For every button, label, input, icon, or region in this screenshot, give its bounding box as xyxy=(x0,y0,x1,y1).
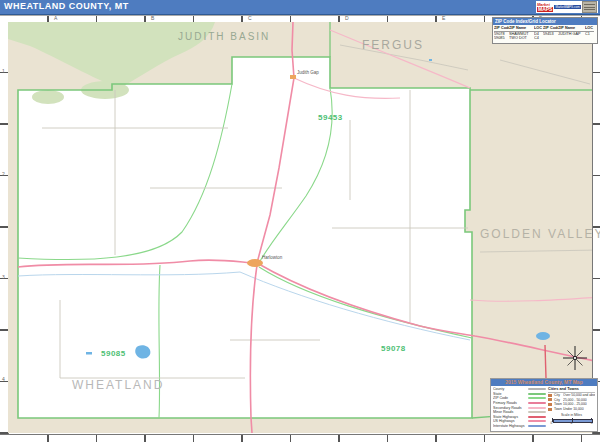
county-label-judith-basin: JUDITH BASIN xyxy=(178,31,270,42)
state-line-swatch xyxy=(528,393,546,395)
harlowton-urban-area xyxy=(247,259,263,267)
pond xyxy=(86,352,92,355)
grid-col-label: C xyxy=(248,15,252,21)
zip-name-cell xyxy=(558,36,585,41)
logo-text-bottom: MAPS xyxy=(537,7,553,12)
interstate-swatch xyxy=(528,425,546,427)
grid-ruler-bottom xyxy=(0,434,600,442)
minor-road-swatch xyxy=(528,411,546,413)
zip-label-59078: 59078 xyxy=(381,344,406,353)
wheatland-county-area xyxy=(18,57,472,418)
grid-col-label: A xyxy=(54,15,57,21)
grid-col-label: D xyxy=(345,15,349,21)
zip-cell xyxy=(543,36,558,41)
marketmaps-logo: Market MAPS MarketMAPS.com xyxy=(536,1,598,13)
legend-title: 2015 Wheatland County, MT Map xyxy=(491,379,597,386)
city-class-row: CityOver 50,000 and above xyxy=(548,393,595,398)
map-legend: 2015 Wheatland County, MT Map County Sta… xyxy=(490,378,598,432)
grid-col-label: B xyxy=(151,15,154,21)
zip-code-index-table: ZIP Code Index/Grid Locator ZIP Code ZIP… xyxy=(492,17,598,44)
logo-tagline: MarketMAPS.com xyxy=(554,5,580,9)
logo-wordmark: Market MAPS xyxy=(537,3,553,12)
city-symbol xyxy=(548,408,552,411)
city-symbol xyxy=(548,394,552,397)
zip-line-swatch xyxy=(528,397,546,399)
city-symbol xyxy=(548,398,552,401)
judith-gap-urban-area xyxy=(290,75,296,79)
city-symbol xyxy=(548,403,552,406)
scale-label: Scale in Miles xyxy=(548,413,595,417)
reservoir xyxy=(536,332,550,340)
town-label-harlowton: Harlowton xyxy=(262,255,282,260)
zip-label-59085: 59085 xyxy=(101,349,126,358)
grid-row-label: 3 xyxy=(2,274,5,280)
zip-index-grid: ZIP Code ZIP Name LOC ZIP Code ZIP Name … xyxy=(493,25,597,43)
logo-badge-icon xyxy=(582,1,597,13)
title-bar: WHEATLAND COUNTY, MT Market MAPS MarketM… xyxy=(0,0,600,15)
legend-line-items: County State ZIP Code Primary Roads Seco… xyxy=(493,387,546,428)
secondary-road-swatch xyxy=(528,407,546,409)
county-label-golden-valley: GOLDEN VALLEY xyxy=(480,227,600,241)
zip-index-header: ZIP Code Index/Grid Locator xyxy=(493,18,597,25)
grid-col-label: E xyxy=(442,15,445,21)
grid-row-label: 1 xyxy=(2,68,5,74)
zip-label-59453: 59453 xyxy=(318,113,343,122)
county-map-page: WHEATLAND COUNTY, MT Market MAPS MarketM… xyxy=(0,0,600,442)
county-label-fergus: FERGUS xyxy=(362,38,424,52)
forest-area xyxy=(32,90,64,104)
zip-name-cell: TWO DOT xyxy=(509,36,534,41)
state-highway xyxy=(545,345,546,378)
scale-bar xyxy=(552,418,592,422)
town-label-judith-gap: Judith Gap xyxy=(297,70,319,75)
city-class-row: TownUnder 10,000 xyxy=(548,407,595,412)
legend-item-interstate-highways: Interstate Highways xyxy=(493,424,546,429)
county-label-wheatland: WHEATLAND xyxy=(72,378,164,392)
us-highway-swatch xyxy=(528,420,546,422)
grid-row-label: 4 xyxy=(2,376,5,382)
grid-row-label: 2 xyxy=(2,171,5,177)
legend-cities-section: Cities and Towns CityOver 50,000 and abo… xyxy=(546,387,595,428)
scale-bar-section: Scale in Miles 0 4 8 xyxy=(548,413,595,426)
loc-cell: C4 xyxy=(534,36,543,41)
pond xyxy=(429,59,432,61)
zip-cell: 59085 xyxy=(494,36,509,41)
county-line-swatch xyxy=(528,388,546,390)
loc-cell xyxy=(585,36,594,41)
page-title: WHEATLAND COUNTY, MT xyxy=(4,1,129,11)
primary-road-swatch xyxy=(528,402,546,404)
state-highway-swatch xyxy=(528,416,546,418)
